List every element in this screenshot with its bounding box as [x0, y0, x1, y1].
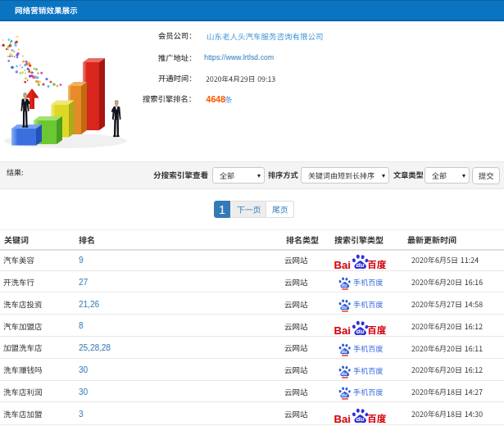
svg-text:du: du	[356, 261, 365, 269]
svg-text:du: du	[356, 415, 365, 423]
svg-text:du: du	[356, 328, 365, 335]
svg-text:du: du	[341, 370, 347, 375]
svg-text:du: du	[341, 283, 347, 288]
svg-text:du: du	[341, 305, 347, 310]
svg-text:du: du	[341, 348, 347, 353]
svg-text:du: du	[341, 392, 347, 397]
